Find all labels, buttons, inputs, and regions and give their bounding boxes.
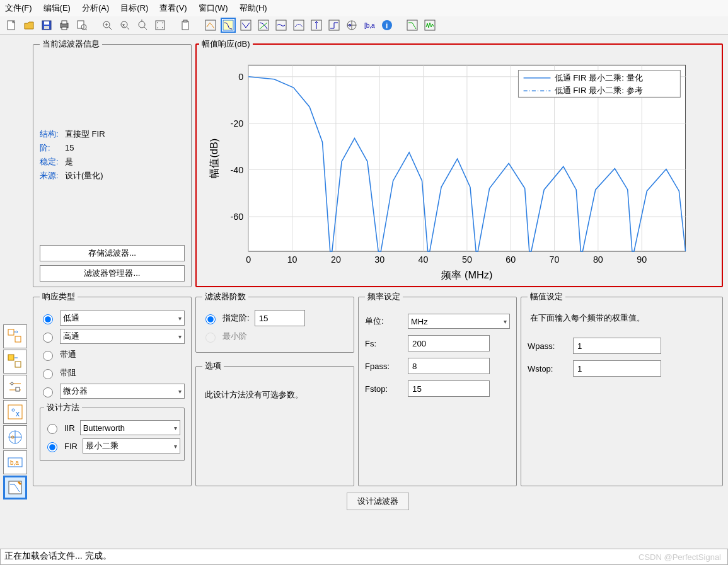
resp-diff-radio[interactable] [43, 387, 53, 397]
fpass-label: Fpass: [365, 362, 400, 371]
phase-response-icon[interactable] [238, 18, 253, 33]
filter-order-title: 滤波器阶数 [202, 291, 248, 302]
svg-text:60: 60 [506, 254, 516, 265]
magnitude-panel: 幅值设定 在下面输入每个频带的权重值。 Wpass: Wstop: [521, 291, 723, 486]
info-stable-label: 稳定: [40, 155, 65, 169]
zoom-x-icon[interactable]: x [117, 18, 132, 33]
new-icon[interactable] [4, 18, 19, 33]
svg-text:10: 10 [287, 254, 298, 265]
save-icon[interactable] [39, 18, 54, 33]
sb-transform-icon[interactable] [3, 324, 27, 348]
svg-rect-30 [294, 20, 304, 30]
spec-icon[interactable] [203, 18, 218, 33]
filter-order-panel: 滤波器阶数 指定阶: 最小阶 [195, 291, 354, 353]
status-text: 正在加载会话文件... 完成。 [4, 551, 112, 561]
specify-order-radio[interactable] [205, 314, 216, 324]
mag-linear-icon[interactable] [405, 18, 420, 33]
wstop-input[interactable] [573, 360, 661, 377]
store-filter-button[interactable]: 存储滤波器... [40, 245, 185, 261]
status-bar: 正在加载会话文件... 完成。 CSDN @PerfectSignal [0, 549, 728, 565]
iir-radio[interactable] [47, 424, 57, 434]
wstop-label: Wstop: [528, 364, 565, 374]
sb-quantize-icon[interactable] [3, 350, 27, 374]
resp-highpass-select[interactable]: 高通▾ [60, 329, 185, 344]
step-icon[interactable] [326, 18, 342, 33]
order-input[interactable] [255, 310, 305, 326]
magnitude-response-panel: 幅值响应(dB) 0 -20 -40 [195, 38, 723, 287]
impulse-icon[interactable] [309, 18, 324, 33]
svg-rect-6 [62, 27, 67, 30]
svg-text:i: i [386, 21, 388, 30]
sb-realize-icon[interactable] [3, 375, 27, 399]
menu-edit[interactable]: 编辑(E) [43, 3, 71, 14]
info-icon[interactable]: i [379, 18, 395, 33]
svg-line-9 [86, 29, 87, 30]
phase-delay-icon[interactable] [291, 18, 306, 33]
mag-phase-icon[interactable] [256, 18, 271, 33]
design-method-panel: 设计方法 IIRButterworth▾ FIR最小二乘▾ [40, 402, 185, 461]
design-filter-button[interactable]: 设计滤波器 [347, 493, 409, 510]
info-order-label: 阶: [40, 141, 65, 155]
resp-lowpass-select[interactable]: 低通▾ [60, 311, 185, 326]
svg-text:-60: -60 [230, 212, 243, 222]
fpass-input[interactable] [408, 358, 490, 374]
response-type-title: 响应类型 [40, 291, 78, 302]
info-source-value: 设计(量化) [65, 171, 103, 180]
fir-radio[interactable] [47, 442, 57, 452]
unit-select[interactable]: MHz▾ [408, 314, 510, 329]
print-icon[interactable] [57, 18, 72, 33]
resp-bandpass-radio[interactable] [43, 351, 53, 361]
resp-highpass-radio[interactable] [43, 333, 53, 343]
filter-info-title: 当前滤波器信息 [40, 38, 102, 50]
svg-rect-21 [182, 21, 188, 30]
polezero-icon[interactable] [344, 18, 359, 33]
svg-rect-50 [16, 387, 20, 391]
watermark: CSDN @PerfectSignal [638, 552, 721, 562]
x-axis-label: 频率 (MHz) [441, 269, 492, 280]
menu-analysis[interactable]: 分析(A) [82, 3, 109, 14]
zoom-y-icon[interactable] [135, 18, 150, 33]
svg-rect-51 [8, 405, 22, 419]
fstop-input[interactable] [408, 380, 490, 397]
resp-diff-select[interactable]: 微分器▾ [60, 384, 185, 399]
group-delay-icon[interactable] [274, 18, 289, 33]
min-order-radio [205, 333, 216, 343]
svg-rect-3 [44, 26, 49, 29]
svg-text:50: 50 [462, 254, 472, 265]
zoom-in-icon[interactable] [100, 18, 115, 33]
mag-response-icon[interactable] [221, 18, 236, 33]
sb-pz-edit-icon[interactable]: x [3, 400, 27, 424]
clipboard-icon[interactable] [178, 18, 193, 33]
sb-multirate-icon[interactable]: b,a [3, 450, 27, 474]
svg-text:-20: -20 [230, 118, 243, 128]
sb-design-icon[interactable] [3, 476, 27, 499]
resp-lowpass-radio[interactable] [43, 314, 53, 324]
resp-bandpass-label: 带通 [60, 349, 76, 360]
iir-select[interactable]: Butterworth▾ [80, 420, 180, 435]
svg-point-49 [11, 382, 13, 385]
menu-file[interactable]: 文件(F) [5, 3, 32, 14]
fit-icon[interactable] [153, 18, 168, 33]
svg-line-25 [210, 23, 214, 28]
magnitude-title: 幅值设定 [528, 291, 565, 302]
sb-import-icon[interactable] [3, 425, 27, 449]
menu-help[interactable]: 帮助(H) [240, 3, 267, 14]
filter-manager-button[interactable]: 滤波器管理器... [40, 265, 185, 282]
open-icon[interactable] [21, 18, 37, 33]
coeffs-icon[interactable]: [b,a] [362, 18, 377, 33]
svg-text:-40: -40 [230, 165, 243, 175]
fir-select[interactable]: 最小二乘▾ [83, 438, 180, 454]
resp-bandstop-radio[interactable] [43, 369, 53, 379]
menu-target[interactable]: 目标(R) [120, 3, 148, 14]
fs-input[interactable] [408, 335, 490, 351]
menu-window[interactable]: 窗口(W) [199, 3, 228, 14]
svg-text:90: 90 [637, 254, 647, 265]
noise-icon[interactable] [422, 18, 437, 33]
menu-view[interactable]: 查看(V) [159, 3, 187, 14]
unit-label: 单位: [365, 316, 400, 327]
wpass-input[interactable] [573, 338, 661, 354]
svg-rect-22 [183, 20, 187, 22]
print-preview-icon[interactable] [74, 18, 90, 33]
svg-text:20: 20 [331, 254, 341, 265]
resp-bandstop-label: 带阻 [60, 367, 76, 379]
